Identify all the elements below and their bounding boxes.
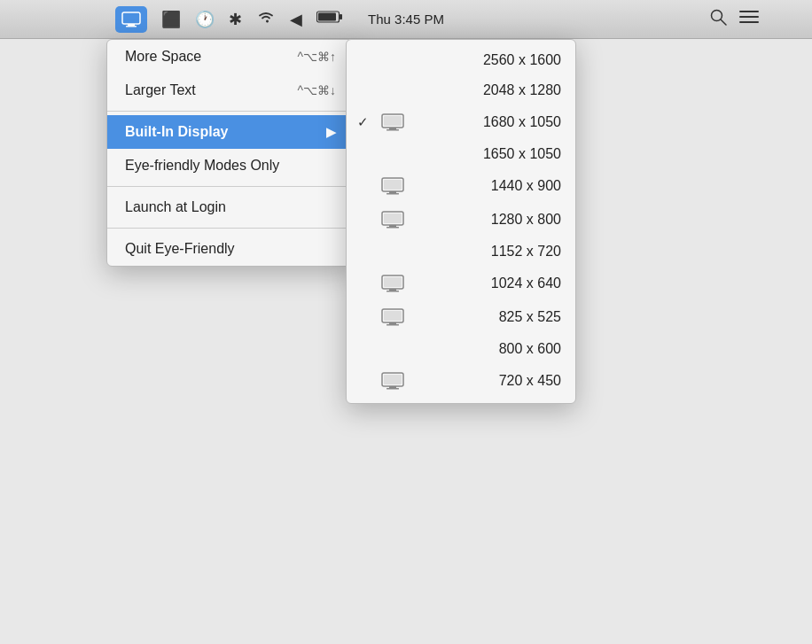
- list-icon[interactable]: [739, 9, 759, 29]
- submenu-item-res-1152[interactable]: 1152 x 720: [347, 237, 575, 267]
- separator-3: [107, 228, 354, 229]
- more-space-label: More Space: [125, 49, 201, 65]
- svg-rect-1: [128, 24, 135, 26]
- res-label-res-800: 800 x 600: [419, 341, 561, 357]
- submenu-item-res-2560[interactable]: 2560 x 1600: [347, 45, 575, 75]
- menubar-right-icons: [709, 8, 759, 30]
- submenu-item-res-1650[interactable]: 1650 x 1050: [347, 139, 575, 169]
- svg-rect-33: [386, 388, 399, 390]
- svg-rect-5: [318, 13, 336, 21]
- svg-rect-34: [384, 375, 402, 384]
- submenu-resolutions: 2560 x 16002048 x 1280✓ 1680 x 10501650 …: [346, 39, 576, 404]
- svg-rect-17: [386, 193, 399, 195]
- res-label-res-1680: 1680 x 1050: [412, 114, 561, 130]
- wifi-icon[interactable]: [256, 9, 276, 29]
- svg-rect-30: [384, 311, 402, 321]
- svg-rect-12: [389, 128, 396, 129]
- monitor-icon-res-720: [380, 371, 405, 391]
- svg-rect-10: [739, 21, 759, 23]
- separator-2: [107, 186, 354, 187]
- check-res-1680: ✓: [357, 114, 373, 130]
- more-space-shortcut: ^⌥⌘↑: [297, 50, 336, 64]
- svg-rect-2: [126, 26, 137, 27]
- menu-item-larger-text[interactable]: Larger Text ^⌥⌘↓: [107, 74, 354, 107]
- submenu-item-res-1280[interactable]: 1280 x 800: [347, 203, 575, 237]
- svg-rect-0: [122, 12, 140, 24]
- svg-rect-26: [384, 277, 402, 287]
- app-icon[interactable]: [115, 6, 147, 33]
- submenu-item-res-1680[interactable]: ✓ 1680 x 1050: [347, 105, 575, 139]
- quit-label: Quit Eye-Friendly: [125, 241, 235, 257]
- monitor-icon-res-1024: [380, 274, 405, 293]
- search-icon[interactable]: [709, 8, 727, 30]
- svg-line-7: [721, 19, 726, 25]
- larger-text-shortcut: ^⌥⌘↓: [297, 83, 336, 97]
- res-label-res-720: 720 x 450: [412, 373, 561, 389]
- svg-rect-28: [389, 322, 396, 324]
- res-label-res-2048: 2048 x 1280: [419, 82, 561, 98]
- larger-text-label: Larger Text: [125, 82, 196, 98]
- res-label-res-2560: 2560 x 1600: [419, 52, 561, 68]
- bluetooth-icon[interactable]: ✱: [229, 10, 242, 29]
- submenu-item-res-1440[interactable]: 1440 x 900: [347, 169, 575, 203]
- time-machine-icon[interactable]: 🕐: [195, 10, 215, 29]
- submenu-item-res-2048[interactable]: 2048 x 1280: [347, 75, 575, 105]
- submenu-item-res-720[interactable]: 720 x 450: [347, 364, 575, 398]
- battery-icon[interactable]: [316, 10, 343, 28]
- svg-rect-14: [384, 116, 402, 126]
- svg-rect-4: [340, 14, 342, 19]
- res-label-res-1440: 1440 x 900: [412, 178, 561, 194]
- menubar-left-icons: ⬛ 🕐 ✱ ◀: [115, 6, 343, 33]
- res-label-res-1152: 1152 x 720: [419, 244, 561, 260]
- menubar: ⬛ 🕐 ✱ ◀ Thu 3:45 PM: [0, 0, 812, 39]
- res-label-res-825: 825 x 525: [412, 309, 561, 325]
- submenu-item-res-800[interactable]: 800 x 600: [347, 334, 575, 364]
- svg-rect-16: [389, 191, 396, 193]
- built-in-display-label: Built-In Display: [125, 124, 228, 140]
- menubar-time: Thu 3:45 PM: [368, 12, 444, 27]
- svg-rect-20: [389, 225, 396, 227]
- menu-item-eye-friendly-modes[interactable]: Eye-friendly Modes Only: [107, 149, 354, 182]
- volume-icon[interactable]: ◀: [290, 10, 302, 29]
- svg-rect-24: [389, 289, 396, 291]
- svg-rect-21: [386, 227, 399, 229]
- monitor-icon-res-1680: [380, 113, 405, 132]
- monitor-icon-res-1280: [380, 210, 405, 229]
- monitor-icon-res-1440: [380, 176, 405, 196]
- menu-item-launch-at-login[interactable]: Launch at Login: [107, 190, 354, 224]
- svg-rect-9: [739, 16, 759, 18]
- eye-friendly-modes-label: Eye-friendly Modes Only: [125, 158, 279, 174]
- svg-rect-29: [386, 324, 399, 326]
- res-label-res-1280: 1280 x 800: [412, 212, 561, 228]
- svg-rect-25: [386, 291, 399, 292]
- svg-rect-8: [739, 11, 759, 12]
- svg-rect-18: [384, 180, 402, 190]
- menu-item-more-space[interactable]: More Space ^⌥⌘↑: [107, 40, 354, 74]
- airplay-icon[interactable]: ⬛: [161, 10, 181, 29]
- submenu-item-res-825[interactable]: 825 x 525: [347, 300, 575, 334]
- submenu-arrow-icon: ▶: [326, 125, 336, 139]
- res-label-res-1650: 1650 x 1050: [419, 146, 561, 162]
- svg-rect-32: [389, 386, 396, 388]
- res-label-res-1024: 1024 x 640: [412, 275, 561, 291]
- main-dropdown-menu: More Space ^⌥⌘↑ Larger Text ^⌥⌘↓ Built-I…: [106, 39, 355, 267]
- monitor-icon-res-825: [380, 307, 405, 327]
- submenu-item-res-1024[interactable]: 1024 x 640: [347, 267, 575, 300]
- separator-1: [107, 111, 354, 112]
- launch-at-login-label: Launch at Login: [125, 199, 226, 215]
- svg-rect-22: [384, 213, 402, 223]
- menu-item-quit[interactable]: Quit Eye-Friendly: [107, 232, 354, 266]
- svg-rect-13: [386, 129, 399, 131]
- menu-item-built-in-display[interactable]: Built-In Display ▶: [107, 115, 354, 149]
